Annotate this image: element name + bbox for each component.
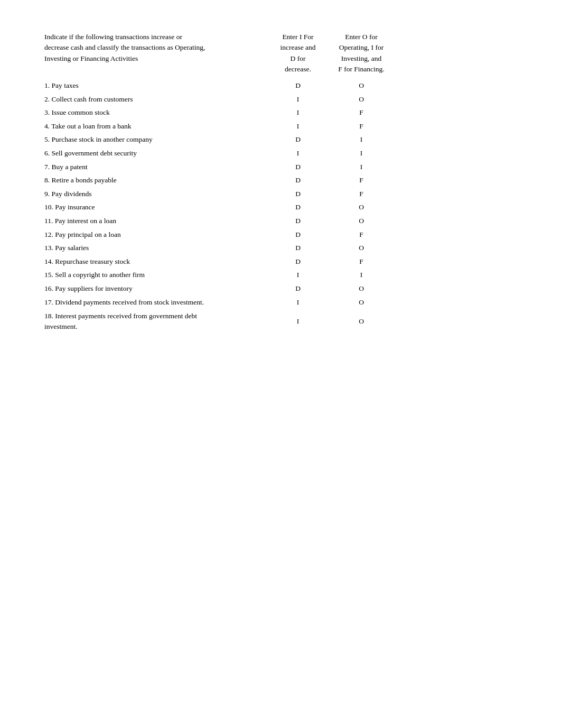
- row-col1-value: D: [266, 201, 330, 213]
- row-label: 13. Pay salaries: [44, 242, 266, 254]
- row-col2-value: O: [330, 242, 393, 254]
- row-label: 17. Dividend payments received from stoc…: [44, 297, 266, 308]
- table-row: 10. Pay insurance D O: [44, 200, 517, 214]
- row-col2-value: O: [330, 283, 393, 294]
- row-col2-value: F: [330, 121, 393, 132]
- row-col1-value: D: [266, 174, 330, 186]
- row-col1-value: D: [266, 188, 330, 200]
- table-row: 5. Purchase stock in another company D I: [44, 133, 517, 146]
- row-label: 16. Pay suppliers for inventory: [44, 283, 266, 294]
- row-col2-value: F: [330, 256, 393, 268]
- table-row: 3. Issue common stock I F: [44, 106, 517, 119]
- row-col2-value: O: [330, 317, 393, 326]
- table-row: 15. Sell a copyright to another firm I I: [44, 268, 517, 282]
- row-label: 1. Pay taxes: [44, 80, 266, 91]
- row-col1-value: D: [266, 242, 330, 254]
- row-col1-value: I: [266, 121, 330, 132]
- row-col2-value: O: [330, 215, 393, 227]
- row-col1-value: D: [266, 134, 330, 145]
- table-row: 4. Take out a loan from a bank I F: [44, 119, 517, 133]
- col2-header: Enter O for Operating, I for Investing, …: [330, 32, 393, 75]
- table-row: 9. Pay dividends D F: [44, 187, 517, 201]
- row-label: 10. Pay insurance: [44, 201, 266, 213]
- row-col1-value: I: [266, 107, 330, 118]
- table-row: 13. Pay salaries D O: [44, 241, 517, 255]
- row-label: 2. Collect cash from customers: [44, 94, 266, 105]
- header-desc-line2: decrease cash and classify the transacti…: [44, 43, 205, 51]
- row-col2-value: I: [330, 148, 393, 159]
- table-row: 8. Retire a bonds payable D F: [44, 173, 517, 187]
- table-row: 1. Pay taxes D O: [44, 79, 517, 93]
- row-label: 15. Sell a copyright to another firm: [44, 269, 266, 281]
- row-col2-value: I: [330, 161, 393, 173]
- header-description: Indicate if the following transactions i…: [44, 32, 266, 75]
- header-columns: Enter I For increase and D for decrease.…: [266, 32, 517, 75]
- row-col1-value: D: [266, 161, 330, 173]
- table-header: Indicate if the following transactions i…: [44, 32, 517, 75]
- table-row: 14. Repurchase treasury stock D F: [44, 255, 517, 269]
- row-col1-value: D: [266, 215, 330, 227]
- row-label: 11. Pay interest on a loan: [44, 215, 266, 227]
- table-row: 17. Dividend payments received from stoc…: [44, 296, 517, 309]
- row-col2-value: O: [330, 201, 393, 213]
- row-col2-value: F: [330, 229, 393, 241]
- row-col2-value: F: [330, 188, 393, 200]
- row-col2-value: O: [330, 94, 393, 105]
- row-col1-value: D: [266, 256, 330, 268]
- row-col1-value: I: [266, 94, 330, 105]
- row-col1-value: I: [266, 269, 330, 281]
- row-label: 14. Repurchase treasury stock: [44, 256, 266, 268]
- table-row: 11. Pay interest on a loan D O: [44, 214, 517, 228]
- row-label: 5. Purchase stock in another company: [44, 134, 266, 145]
- row-label: 3. Issue common stock: [44, 107, 266, 118]
- row-col1-value: D: [266, 283, 330, 294]
- table-body: 1. Pay taxes D O 2. Collect cash from cu…: [44, 79, 517, 335]
- table-row: 2. Collect cash from customers I O: [44, 93, 517, 106]
- row-label: 9. Pay dividends: [44, 188, 266, 200]
- row-label: 8. Retire a bonds payable: [44, 174, 266, 186]
- table-row: 12. Pay principal on a loan D F: [44, 228, 517, 242]
- table-row: 18. Interest payments received from gove…: [44, 309, 517, 335]
- row-col2-value: F: [330, 107, 393, 118]
- row-col1-value: I: [266, 317, 330, 326]
- row-label: 7. Buy a patent: [44, 161, 266, 173]
- row-col1-value: I: [266, 148, 330, 159]
- table-row: 6. Sell government debt security I I: [44, 146, 517, 160]
- row-col1-value: I: [266, 297, 330, 308]
- row-col2-value: F: [330, 174, 393, 186]
- table-row: 7. Buy a patent D I: [44, 160, 517, 174]
- header-desc-line3: Investing or Financing Activities: [44, 54, 138, 62]
- col1-header: Enter I For increase and D for decrease.: [266, 32, 330, 75]
- row-label: 6. Sell government debt security: [44, 148, 266, 159]
- row-col2-value: O: [330, 297, 393, 308]
- page-container: Indicate if the following transactions i…: [44, 32, 517, 335]
- row-col1-value: D: [266, 80, 330, 91]
- row-col2-value: I: [330, 134, 393, 145]
- row-label: 4. Take out a loan from a bank: [44, 121, 266, 132]
- header-desc-line1: Indicate if the following transactions i…: [44, 33, 182, 41]
- row-col2-value: I: [330, 269, 393, 281]
- row-col1-value: D: [266, 229, 330, 241]
- row-col2-value: O: [330, 80, 393, 91]
- table-row: 16. Pay suppliers for inventory D O: [44, 282, 517, 296]
- row-label: 18. Interest payments received from gove…: [44, 311, 266, 333]
- row-label: 12. Pay principal on a loan: [44, 229, 266, 241]
